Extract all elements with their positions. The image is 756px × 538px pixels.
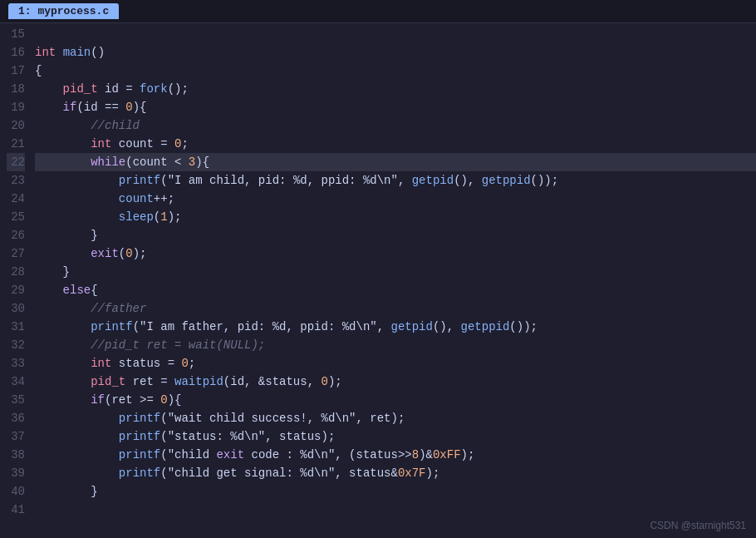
line-number: 19 [7, 98, 25, 116]
code-line: int count = 0; [35, 135, 756, 153]
line-number: 21 [7, 135, 25, 153]
code-line: pid_t id = fork(); [35, 80, 756, 98]
line-number: 33 [7, 354, 25, 373]
code-line: printf("child get signal: %d\n", status&… [35, 464, 756, 482]
line-number: 27 [7, 244, 25, 263]
line-number: 40 [7, 482, 25, 501]
line-number: 25 [7, 208, 25, 226]
line-number: 26 [7, 226, 25, 244]
code-line: while(count < 3){ [35, 153, 756, 171]
code-line: int main() [35, 43, 756, 62]
line-number: 31 [7, 318, 25, 336]
line-number: 36 [7, 409, 25, 427]
code-line [35, 501, 756, 519]
code-line: } [35, 226, 756, 244]
code-line: pid_t ret = waitpid(id, &status, 0); [35, 373, 756, 391]
line-number: 34 [7, 373, 25, 391]
line-number: 35 [7, 391, 25, 409]
line-number: 32 [7, 336, 25, 354]
code-line [35, 25, 756, 43]
code-line: printf("wait child success!, %d\n", ret)… [35, 409, 756, 427]
code-line: else{ [35, 281, 756, 299]
editor-container: 1: myprocess.c 1516171819202122232425262… [0, 0, 756, 538]
code-line: printf("I am child, pid: %d, ppid: %d\n"… [35, 171, 756, 190]
line-number: 24 [7, 190, 25, 208]
code-line: } [35, 263, 756, 281]
code-line: { [35, 62, 756, 80]
line-number: 22 [7, 153, 25, 171]
code-line: int status = 0; [35, 354, 756, 373]
file-tab[interactable]: 1: myprocess.c [8, 3, 119, 19]
line-number: 15 [7, 25, 25, 43]
line-number: 39 [7, 464, 25, 482]
line-number: 30 [7, 299, 25, 318]
line-number: 41 [7, 501, 25, 519]
line-number: 38 [7, 446, 25, 464]
line-number: 18 [7, 80, 25, 98]
line-number: 28 [7, 263, 25, 281]
line-numbers: 1516171819202122232425262728293031323334… [0, 23, 32, 538]
line-number: 20 [7, 116, 25, 135]
code-line: printf("I am father, pid: %d, ppid: %d\n… [35, 318, 756, 336]
code-area: 1516171819202122232425262728293031323334… [0, 23, 756, 538]
code-line: } [35, 482, 756, 501]
code-line: //father [35, 299, 756, 318]
code-content: int main(){ pid_t id = fork(); if(id == … [32, 23, 756, 538]
line-number: 23 [7, 171, 25, 190]
watermark: CSDN @starnight531 [650, 520, 746, 531]
code-line: //pid_t ret = wait(NULL); [35, 336, 756, 354]
code-line: count++; [35, 190, 756, 208]
title-bar: 1: myprocess.c [0, 0, 756, 23]
code-line: exit(0); [35, 244, 756, 263]
code-line: printf("child exit code : %d\n", (status… [35, 446, 756, 464]
code-line: if(id == 0){ [35, 98, 756, 116]
line-number: 16 [7, 43, 25, 62]
line-number: 29 [7, 281, 25, 299]
line-number: 17 [7, 62, 25, 80]
code-line: if(ret >= 0){ [35, 391, 756, 409]
code-line: sleep(1); [35, 208, 756, 226]
line-number: 37 [7, 427, 25, 446]
code-line: printf("status: %d\n", status); [35, 427, 756, 446]
code-line: //child [35, 116, 756, 135]
